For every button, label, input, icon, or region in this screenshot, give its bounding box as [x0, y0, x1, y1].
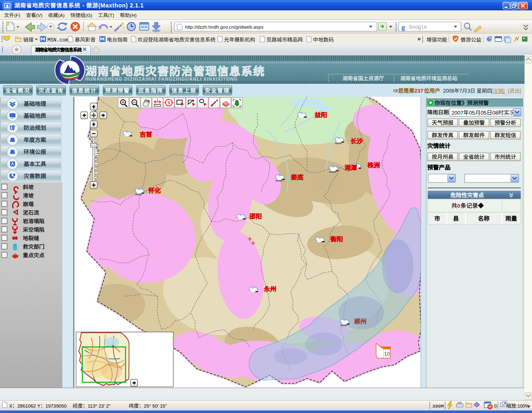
svg-text:2007: 2007	[451, 110, 463, 116]
svg-text:113° 23′ 2″: 113° 23′ 2″	[88, 403, 111, 408]
svg-text:S: S	[167, 100, 170, 105]
svg-text:MSN.com: MSN.com	[47, 37, 68, 43]
svg-text:]: ]	[520, 88, 521, 94]
svg-text:390M: 390M	[432, 403, 444, 409]
svg-text:2008: 2008	[443, 88, 454, 94]
svg-text:19739050: 19739050	[45, 403, 66, 408]
svg-text:7: 7	[459, 88, 462, 94]
svg-text:(Maxthon) 2.1.1: (Maxthon) 2.1.1	[98, 2, 143, 9]
svg-text:237: 237	[414, 88, 424, 94]
svg-text:0: 0	[494, 403, 497, 408]
svg-text:X: X	[9, 403, 12, 408]
svg-text:(T): (T)	[108, 13, 114, 18]
svg-text::100%: :100%	[516, 403, 529, 408]
svg-text:HUNANSHENG DIZHIZAIHAI FANGZHI: HUNANSHENG DIZHIZAIHAI FANGZHIGUANLI XIN…	[85, 76, 238, 81]
svg-text:10: 10	[384, 351, 390, 357]
svg-text:[: [	[491, 88, 493, 94]
svg-text:0: 0	[457, 203, 460, 209]
svg-text:Google: Google	[409, 25, 427, 30]
svg-text:05: 05	[480, 110, 486, 116]
svg-text:[: [	[508, 88, 510, 94]
svg-text:-: -	[81, 2, 86, 9]
svg-text:?: ?	[157, 98, 159, 102]
svg-text:08: 08	[492, 110, 498, 116]
svg-text:(H): (H)	[130, 13, 137, 18]
svg-text:»: »	[417, 35, 421, 42]
svg-text:http://dzzh.hndh.gov.cn/gridwe: http://dzzh.hndh.gov.cn/gridweb.aspx	[185, 25, 264, 30]
svg-text:(F): (F)	[14, 13, 20, 18]
svg-text:cp: cp	[393, 88, 398, 93]
svg-text:(G): (G)	[85, 13, 92, 18]
svg-text:2861062 Y: 2861062 Y	[17, 403, 41, 408]
svg-text:]: ]	[503, 88, 505, 94]
svg-text:25° 50′ 15″: 25° 50′ 15″	[144, 403, 167, 408]
svg-text:3: 3	[467, 88, 470, 94]
svg-text:05: 05	[469, 110, 475, 116]
svg-text:(V): (V)	[36, 13, 43, 18]
svg-text:(A): (A)	[58, 13, 65, 18]
svg-text:g: g	[401, 24, 405, 31]
